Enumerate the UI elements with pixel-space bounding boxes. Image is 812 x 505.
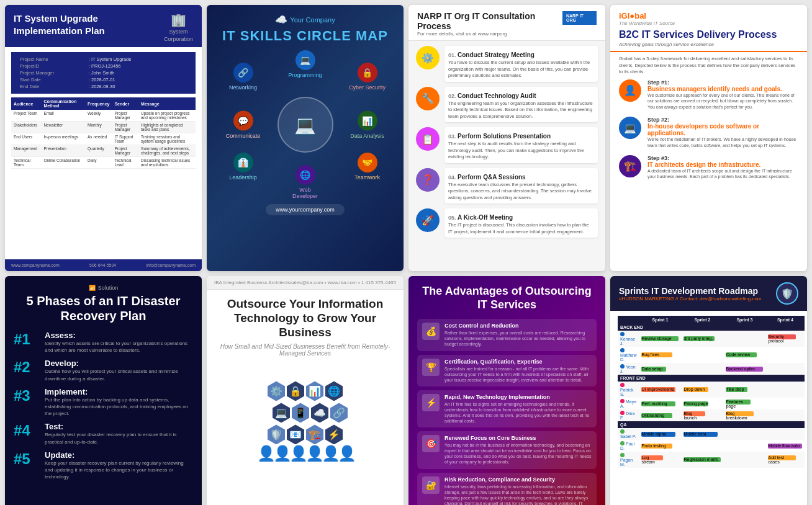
table-row: Matthew D. Bug fixes Code review [618,347,805,363]
card1-header: IT System Upgrade Implementation Plan 🏢 … [5,5,202,47]
company-label: ☁️ Your Company [275,14,335,25]
card-sprints-roadmap: Sprints IT Development Roadmap #HUDSON M… [610,276,807,505]
skill-communicate: 💬 Communicate [225,111,262,139]
card4-subtitle: Achieving goals through service excellen… [619,42,798,47]
card-disaster-recovery: 📶 Solution 5 Phases of an IT Disaster Re… [5,276,202,505]
table-row: Maya A. Perf. auditing Pricing page Feat… [618,398,805,409]
sprint-table: Sprint 1 Sprint 2 Sprint 3 Sprint 4 BACK… [618,316,805,468]
table-row: Project TeamEmailWeeklyProject ManagerUp… [11,110,196,122]
step-1: ⚙️ 01. Conduct Strategy Meeting You have… [416,46,598,82]
frontend-section-header: FRONT END [618,375,805,382]
card7-items: 💰 Cost Control and Reduction Rather than… [417,319,597,505]
card-narp-it-org: NARP IT Org IT Consultation Process For … [408,5,605,271]
expertise-icon: 🏆 [422,359,440,376]
b2c-step-2: 💻 Step #2: In-house developers code soft… [619,117,798,149]
step5-icon: 🚀 [416,208,440,232]
step3-icon: 📋 [416,127,440,151]
step2-icon: 🔧 [416,87,440,110]
phase-4: #4 Test: Regularly test your disaster re… [14,422,193,445]
b2c-step-3: 🏗️ Step #3: IT architects design the inf… [619,155,798,181]
security-icon: 🔐 [422,476,440,494]
focus-icon: 🎯 [422,435,440,452]
table-row: End UsersIn-person meetingsAs neededIT S… [11,133,196,145]
outsource-item-5: 🔐 Risk Reduction, Compliance and Securit… [417,473,597,505]
card-it-system-upgrade: IT System Upgrade Implementation Plan 🏢 … [5,5,202,271]
card1-footer: www.companyname.com 506 644-5504 info@co… [5,259,202,271]
skill-data-analysis: 📊 Data Analysis [349,111,386,139]
phase-2: #2 Develop: Outline how you will protect… [14,359,193,382]
card8-header: Sprints IT Development Roadmap #HUDSON M… [610,276,807,311]
outsource-item-4: 🎯 Renewed Focus on Core Business You may… [417,431,597,468]
outsource-item-1: 💰 Cost Control and Reduction Rather than… [417,319,597,351]
cost-icon: 💰 [422,323,440,340]
step-5: 🚀 05. A Kick-Off Meeting The IT project … [416,208,598,238]
card-iglobal-b2c: iGl●bal The Worldwide IT Source B2C IT S… [610,5,807,271]
card5-title: 5 Phases of an IT Disaster Recovery Plan [14,293,193,323]
narp-logo: NARP IT ORG [562,11,597,25]
step-3: 📋 03. Perform Solutions Presentation The… [416,127,598,163]
table-row: Kennae J. Review storage 3rd party integ… [618,331,805,347]
qa-section-header: QA [618,421,805,428]
technology-icon: ⚡ [422,394,440,411]
step1-icon: ⚙️ [416,46,440,69]
table-row: Yeon J. Data setup Backend optim. [618,363,805,375]
skill-networking: 🔗 Networking [225,63,262,91]
iglobal-brand: iGl●bal [619,11,798,20]
iba-label: IBA Integrated Business Architects [214,280,290,285]
card7-title: The Advantages of Outsourcing IT Service… [417,285,597,311]
table-row: Pagan M. Log stream Regression maint. Ad… [618,452,805,468]
b2c-step3-icon: 🏗️ [619,155,641,177]
card8-body: Sprint 1 Sprint 2 Sprint 3 Sprint 4 BACK… [610,311,807,505]
company-url: www.yourcompany.com [266,204,344,215]
sprint-badge: 🛡️ [776,282,798,305]
skills-circle: 💻 💻 Programming 🔒 Cyber Security 📊 Data … [225,50,386,199]
card8-subtitle: #HUDSON MARKETING // Contact: dev@hudson… [619,296,762,302]
step-2: 🔧 02. Conduct Technology Audit The engin… [416,87,598,123]
hexagon-visual: ⚙️ 🔒 📊 🌐 💻 📱 ☁️ 🔗 🛡️ 📧 🏗️ ⚡ [217,363,394,462]
outsource-item-2: 🏆 Certification, Qualification, Expertis… [417,355,597,387]
table-row: Technical TeamOnline CollaborationDailyT… [11,157,196,169]
table-row: Paul D. Proto testing Mobile flow auto [618,440,805,452]
communication-table: Audience Communication Method Frequency … [11,97,196,169]
card6-title: Outsource Your Information Technology to… [217,297,394,339]
solution-label: 📶 Solution [14,285,193,291]
card4-title: B2C IT Services Delivery Process [619,29,798,40]
project-info: Project Name: IT System Upgrade ProjectI… [11,52,196,94]
skill-web-developer: 🌐 Web Developer [287,165,324,199]
backend-section-header: BACK END [618,324,805,331]
phase-1: #1 Assess: Identify which assets are cri… [14,331,193,354]
card3-header: NARP IT Org IT Consultation Process For … [408,5,605,41]
contact-info: sales@ba.com • www.iba.com • 1 415 375-4… [290,280,396,285]
circle-center-icon: 💻 [277,97,333,153]
card-it-skills-circle: ☁️ Your Company IT SKILLS CIRCLE MAP 💻 💻… [207,5,404,271]
card1-title: IT System Upgrade Implementation Plan [14,12,164,37]
b2c-step1-icon: 👤 [619,79,641,102]
phase-5: #5 Update: Keep your disaster recovery p… [14,450,193,481]
step4-icon: ❓ [416,168,440,192]
table-row: StakeholdersNewsletterMonthlyProject Man… [11,122,196,133]
card4-steps: 👤 Step #1: Business managers identify ne… [610,79,807,271]
card-outsource-it: IBA Integrated Business Architects sales… [207,276,404,505]
outsource-item-3: ⚡ Rapid, New Technology Implementation A… [417,390,597,427]
phase-3: #3 Implement: Put the plan into action b… [14,387,193,418]
card1-body: Project Name: IT System Upgrade ProjectI… [5,47,202,259]
skill-cyber-security: 🔒 Cyber Security [349,63,386,91]
step-4: ❓ 04. Perform Q&A Sessions The executive… [416,168,598,204]
table-row: Patrick S. UI improvements Drop down Tit… [618,382,805,398]
skill-teamwork: 🤝 Teamwork [349,153,386,181]
b2c-step2-icon: 💻 [619,117,641,139]
table-row: Sabel P. Mobile alpha Mobile beta [618,428,805,440]
card-outsourcing-advantages: The Advantages of Outsourcing IT Service… [408,276,605,505]
card2-title: IT SKILLS CIRCLE MAP [222,28,388,44]
card4-desc: Global has a 5-step framework for delive… [610,52,807,79]
iglobal-tagline: The Worldwide IT Source [619,20,798,26]
card6-subtitle: How Small and Mid-Sized Businesses Benef… [217,343,394,357]
card6-header: IBA Integrated Business Architects sales… [207,276,404,290]
table-row: Dina F. Onboarding Blog launch Blog brea… [618,409,805,421]
table-row: ManagementPresentationQuarterlyProject M… [11,145,196,157]
card4-header: iGl●bal The Worldwide IT Source B2C IT S… [610,5,807,52]
people-icons: 👤👤👤👤👤👤 [257,445,354,462]
card8-title: Sprints IT Development Roadmap [619,286,762,296]
card3-body: ⚙️ 01. Conduct Strategy Meeting You have… [408,41,605,271]
card1-logo: 🏢 System Corporation [164,12,193,42]
